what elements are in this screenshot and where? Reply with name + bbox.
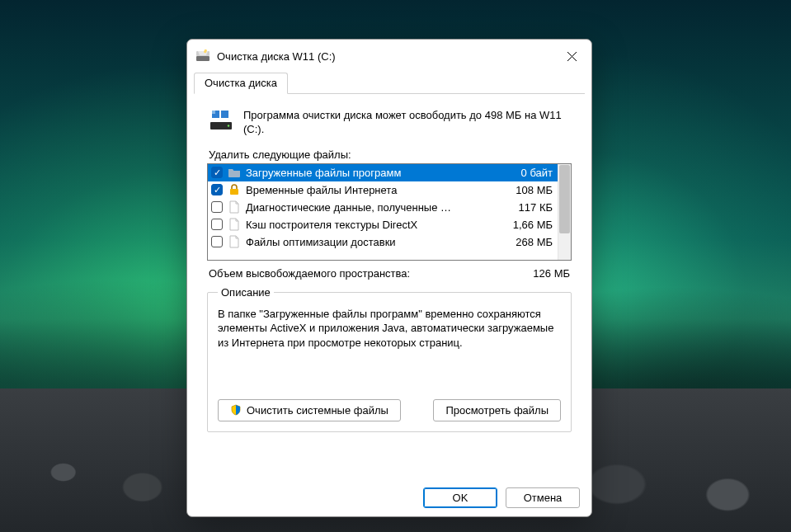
file-row[interactable]: Файлы оптимизации доставки268 МБ <box>208 233 558 251</box>
file-icon <box>228 200 241 214</box>
view-files-label: Просмотреть файлы <box>445 404 549 417</box>
tab-disk-cleanup[interactable]: Очистка диска <box>194 73 288 94</box>
tab-label: Очистка диска <box>205 77 277 89</box>
cancel-label: Отмена <box>524 492 563 504</box>
files-to-delete-label: Удалить следующие файлы: <box>209 148 570 161</box>
scrollbar-thumb[interactable] <box>559 165 570 234</box>
description-legend: Описание <box>218 286 274 299</box>
checkbox[interactable] <box>211 236 223 247</box>
file-size: 0 байт <box>521 167 553 179</box>
description-text: В папке "Загруженные файлы программ" вре… <box>218 307 561 389</box>
svg-point-6 <box>228 125 229 126</box>
file-icon <box>228 218 241 231</box>
dialog-footer: OK Отмена <box>187 479 591 516</box>
close-button[interactable] <box>553 44 590 68</box>
ok-button[interactable]: OK <box>423 487 497 508</box>
titlebar: Очистка диска W11 (C:) <box>187 40 591 73</box>
intro-text: Программа очистки диска может освободить… <box>243 109 570 137</box>
file-row[interactable]: Загруженные файлы программ0 байт <box>208 164 558 181</box>
checkbox[interactable] <box>211 201 223 213</box>
file-size: 117 КБ <box>519 201 553 214</box>
scrollbar[interactable] <box>558 164 571 260</box>
tab-strip: Очистка диска <box>187 73 591 94</box>
checkbox[interactable] <box>211 184 223 195</box>
checkbox[interactable] <box>211 167 223 178</box>
window-title: Очистка диска W11 (C:) <box>217 50 553 63</box>
description-group: Описание В папке "Загруженные файлы прог… <box>207 286 572 432</box>
file-row[interactable]: Временные файлы Интернета108 МБ <box>208 181 558 199</box>
file-name: Временные файлы Интернета <box>246 184 511 196</box>
file-name: Диагностические данные, полученные … <box>246 201 514 214</box>
ok-label: OK <box>453 492 468 504</box>
tab-panel: Программа очистки диска может освободить… <box>194 94 585 473</box>
total-space-value: 126 МБ <box>533 267 570 280</box>
checkbox[interactable] <box>211 219 223 230</box>
files-listbox[interactable]: Загруженные файлы программ0 байтВременны… <box>207 163 572 261</box>
disk-cleanup-dialog: Очистка диска W11 (C:) Очистка диска <box>186 39 592 517</box>
file-row[interactable]: Диагностические данные, полученные …117 … <box>208 199 558 216</box>
file-name: Загруженные файлы программ <box>246 167 516 179</box>
file-icon <box>228 235 241 248</box>
view-files-button[interactable]: Просмотреть файлы <box>433 399 561 421</box>
file-name: Файлы оптимизации доставки <box>246 236 511 248</box>
cancel-button[interactable]: Отмена <box>506 487 580 508</box>
file-name: Кэш построителя текстуры DirectX <box>246 219 508 231</box>
file-row[interactable]: Кэш построителя текстуры DirectX1,66 МБ <box>208 216 558 233</box>
drive-cleanup-icon <box>195 49 210 64</box>
total-space-label: Объем высвобождаемого пространства: <box>209 267 410 280</box>
clean-system-files-label: Очистить системные файлы <box>247 404 388 417</box>
folder-icon <box>228 166 241 179</box>
lock-icon <box>228 183 241 196</box>
svg-rect-10 <box>230 189 238 195</box>
shield-icon <box>230 404 242 416</box>
file-size: 108 МБ <box>516 184 553 196</box>
file-size: 1,66 МБ <box>513 219 553 231</box>
svg-rect-0 <box>196 56 210 61</box>
close-icon <box>567 52 577 61</box>
clean-system-files-button[interactable]: Очистить системные файлы <box>218 399 401 421</box>
drive-icon <box>209 109 232 132</box>
file-size: 268 МБ <box>516 236 553 248</box>
svg-rect-9 <box>212 111 215 114</box>
svg-rect-8 <box>221 111 228 118</box>
